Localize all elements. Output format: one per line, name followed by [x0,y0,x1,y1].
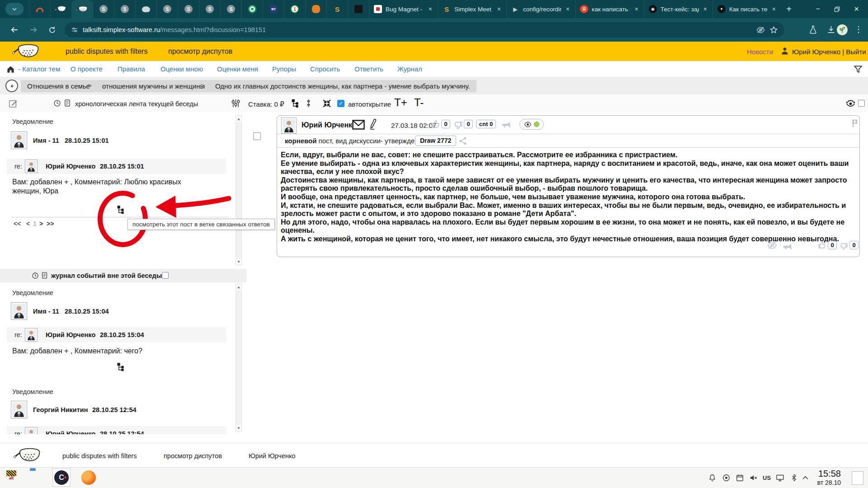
re-author[interactable]: Юрий Юрченко [46,430,95,434]
tab-test-case[interactable]: ◉ Тест-кейс: задач × [644,0,712,18]
nav-journal[interactable]: Журнал [397,65,422,73]
eye-off-icon[interactable] [756,26,765,34]
back-icon[interactable] [10,25,19,34]
basealt-launcher-icon[interactable]: alt [6,470,16,480]
pinned-tab-app-2[interactable]: S [114,0,135,18]
reply-reference-row[interactable]: re: Юрий Юрченко 28.10.25 15:01 [7,159,226,174]
avatar[interactable] [11,401,27,418]
pagination-prev[interactable]: < [26,220,30,227]
address-bar[interactable]: talksift.simplex-software.ru/messages.ht… [65,22,784,38]
breadcrumb-back-button[interactable] [5,80,18,92]
pinned-tab-app-4[interactable]: S [178,0,199,18]
close-window-button[interactable]: × [854,4,859,14]
breadcrumb-item-family[interactable]: Отношения в семье [21,80,96,92]
bluetooth-icon[interactable] [790,474,798,482]
minimize-button[interactable]: − [816,5,820,13]
post-select-checkbox[interactable] [253,132,261,140]
close-tab-icon[interactable]: × [428,5,433,13]
nav-about[interactable]: О проекте [71,65,103,73]
reply-reference-row[interactable]: re: Юрий Юрченко 28.10.25 15:04 [7,327,226,343]
tray-expand-chevron-icon[interactable] [801,474,810,482]
volume-muted-icon[interactable] [749,474,758,482]
keyboard-layout-indicator[interactable]: US [763,474,771,481]
draw-button[interactable]: Draw 2772 [415,136,456,146]
message-envelope-icon[interactable] [352,120,365,130]
re-author[interactable]: Юрий Юрченко [46,163,95,170]
display-icon[interactable] [776,474,784,482]
tab-simplex-meet[interactable]: S Simplex Meet × [438,0,506,18]
filter-funnel-icon[interactable] [854,65,863,74]
nav-my-ratings[interactable]: Оценки мною [160,65,203,73]
thread-slider-icon[interactable] [304,99,313,108]
font-smaller-button[interactable]: T- [414,96,424,109]
dog-icon[interactable] [783,241,794,250]
thumbs-down-icon[interactable] [453,121,463,130]
post-avatar[interactable] [281,117,297,134]
pagination-first[interactable]: << [14,220,21,227]
view-in-thread-icon[interactable] [116,362,126,372]
pinned-tab-cloud[interactable] [135,0,156,18]
thumbs-up-icon[interactable] [431,119,440,129]
bookmark-star-icon[interactable] [769,26,778,34]
pinned-tab-ft[interactable]: ФТ [263,0,284,18]
notification-author[interactable]: Имя - 11 [33,137,59,144]
nav-megaphones[interactable]: Рупоры [272,65,296,73]
font-larger-button[interactable]: T+ [394,96,407,109]
close-tab-icon[interactable]: × [565,5,571,13]
filters-sliders-icon[interactable] [231,98,241,108]
pinned-tab-app-5[interactable]: S [199,0,220,18]
scroll-up-icon[interactable]: ▲ [236,116,241,122]
avatar[interactable] [11,302,27,320]
nav-ask[interactable]: Спросить [310,65,340,73]
nav-ratings-of-me[interactable]: Оценки меня [217,65,258,73]
colander-logo-icon[interactable] [10,42,43,61]
clock[interactable]: 15:58 вт 28.10 [813,469,841,486]
scroll-up-icon[interactable]: ▲ [236,284,241,290]
watch-eye-icon[interactable] [845,99,856,109]
pinned-tab-dark[interactable] [348,0,369,18]
scroll-down-icon[interactable]: ▼ [236,425,241,431]
pinned-tab-orange[interactable] [305,0,326,18]
user-menu[interactable]: Юрий Юрченко | Выйти [792,48,866,56]
pinned-tab-app-3[interactable]: S [156,0,178,18]
eye-off-icon[interactable] [767,240,777,250]
tab-how-to-write-tests[interactable]: ✦ Как писать тест- × [712,0,781,18]
site-info-icon[interactable] [71,26,78,33]
recorder-app-icon[interactable]: C [52,469,71,487]
pinned-tab-talksift-active[interactable] [71,0,93,18]
visibility-status-pill[interactable] [519,119,544,130]
new-tab-button[interactable]: + [781,2,797,16]
pinned-tab-simplex[interactable]: S [326,0,348,18]
clipboard-calendar-icon[interactable] [736,474,744,482]
nav-answer[interactable]: Ответить [354,65,383,73]
thumbs-up-icon[interactable] [818,241,826,249]
view-in-thread-icon[interactable] [116,205,126,215]
pagination-last[interactable]: >> [47,220,54,227]
close-tab-icon[interactable]: × [771,5,777,13]
record-indicator-icon[interactable] [722,474,731,482]
edit-pencil-icon[interactable] [369,118,377,130]
pinned-tab-counter[interactable]: 1 [284,0,305,18]
breadcrumb-item-relations[interactable]: отношения мужчины и женщины [96,80,211,92]
notifications-bell-icon[interactable] [708,474,717,482]
flag-bookmark-icon[interactable] [850,119,859,128]
re-author[interactable]: Юрий Юрченко [46,331,95,338]
notification-author[interactable]: Имя - 11 [33,308,59,315]
scrollbar[interactable]: ▲ ▼ [236,115,242,265]
news-link[interactable]: Новости [747,48,773,56]
reload-icon[interactable] [48,26,57,34]
pinned-tab-green-target[interactable] [241,0,263,18]
post-author[interactable]: Юрий Юрченко [302,121,357,129]
nav-rules[interactable]: Правила [118,65,145,73]
tab-config-recording[interactable]: ▶ config/recording × [506,0,575,18]
notification-author[interactable]: Георгий Никитин [33,406,88,413]
tab-search-button[interactable] [5,3,24,15]
firefox-icon[interactable] [81,470,96,485]
dog-icon[interactable] [501,119,513,128]
profile-avatar-icon[interactable] [836,24,848,36]
thumbs-down-icon[interactable] [840,242,848,251]
forward-icon[interactable] [29,25,38,34]
compose-icon[interactable] [8,99,18,108]
reply-reference-row[interactable]: re: Юрий Юрченко 28.10.25 12:54 [7,426,226,434]
home-icon[interactable] [6,65,15,74]
